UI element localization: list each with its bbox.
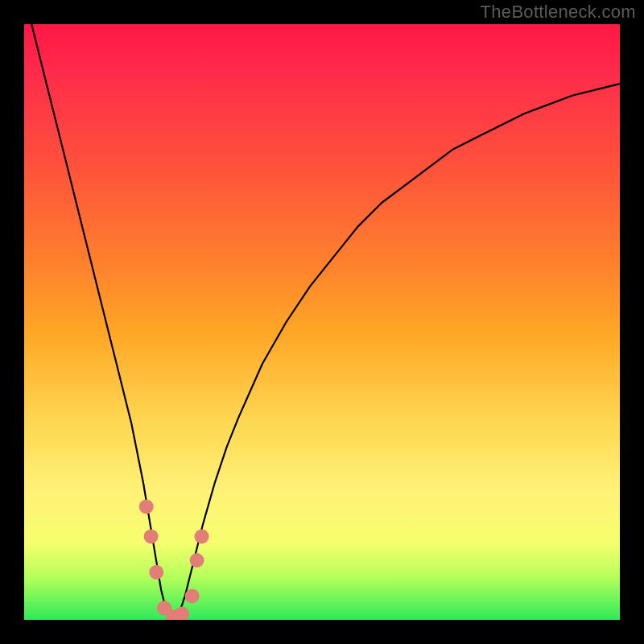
marker-dot — [166, 609, 180, 620]
marker-dot — [144, 529, 159, 543]
curve-svg — [24, 24, 620, 620]
frame: TheBottleneck.com — [0, 0, 644, 644]
bottleneck-curve — [24, 24, 620, 620]
plot-area — [24, 24, 620, 620]
marker-dot — [185, 588, 200, 603]
marker-dot — [190, 553, 204, 568]
marker-dot — [149, 565, 163, 580]
watermark-text: TheBottleneck.com — [481, 2, 636, 23]
marker-dot — [157, 601, 171, 615]
marker-dot — [175, 607, 189, 620]
marker-dot — [195, 529, 209, 543]
marker-dot — [139, 499, 154, 514]
